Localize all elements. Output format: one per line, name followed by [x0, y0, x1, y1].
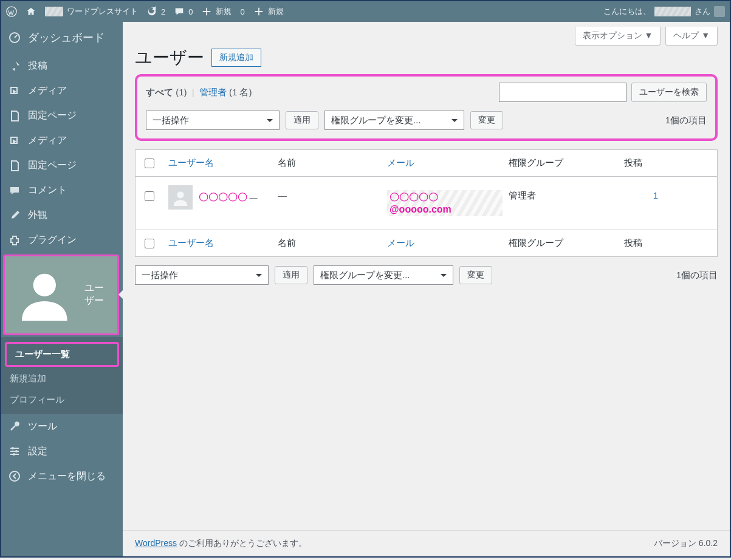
updates-link[interactable]: 2: [146, 6, 165, 17]
sidebar-item-media2[interactable]: メディア: [1, 128, 123, 153]
svg-point-4: [15, 450, 18, 452]
site-name[interactable]: ワードプレスサイト: [45, 6, 138, 17]
user-icon: [12, 262, 77, 327]
filter-all-label[interactable]: すべて: [146, 87, 173, 97]
sidebar-item-comments[interactable]: コメント: [1, 178, 123, 203]
sidebar-item-dashboard[interactable]: ダッシュボード: [1, 22, 123, 53]
sidebar-item-settings[interactable]: 設定: [1, 439, 123, 464]
item-count-bottom: 1個の項目: [676, 270, 718, 281]
greeting[interactable]: こんにちは、 さん: [603, 6, 725, 17]
sidebar-item-plugins[interactable]: プラグイン: [1, 228, 123, 253]
sidebar-item-appearance[interactable]: 外観: [1, 203, 123, 228]
comment-icon: [174, 6, 185, 17]
media-icon: [9, 135, 21, 147]
submenu-profile[interactable]: プロフィール: [1, 389, 123, 411]
plugin-icon: [9, 234, 21, 247]
table-row: 〇〇〇〇〇 — — 〇〇〇〇〇 @ooooo.com 管理者 1: [136, 177, 717, 230]
row-role: 管理者: [504, 185, 619, 207]
submenu-add-new[interactable]: 新規追加: [1, 368, 123, 389]
help-button[interactable]: ヘルプ ▼: [665, 27, 718, 46]
col-posts: 投稿: [619, 151, 692, 175]
media-icon: [9, 85, 21, 97]
search-input[interactable]: [499, 83, 626, 102]
new-content-2[interactable]: 新規: [253, 6, 284, 17]
row-username[interactable]: 〇〇〇〇〇: [199, 192, 247, 202]
sidebar-item-tools[interactable]: ツール: [1, 414, 123, 439]
svg-point-2: [33, 274, 56, 296]
svg-point-0: [7, 7, 16, 16]
change-button-bottom[interactable]: 変更: [459, 266, 492, 284]
change-role-select-bottom[interactable]: 権限グループを変更...: [314, 265, 453, 285]
item-count-top: 1個の項目: [665, 115, 707, 126]
new-count[interactable]: 0: [240, 7, 244, 16]
add-new-button[interactable]: 新規追加: [211, 49, 261, 67]
sidebar-item-pages1[interactable]: 固定ページ: [1, 103, 123, 128]
table-footer: ユーザー名 名前 メール 権限グループ 投稿: [136, 230, 717, 256]
new-content-1[interactable]: 新規: [201, 6, 232, 17]
highlight-box-filters: すべて (1) | 管理者 (1 名) ユーザーを検索 一括操作 適用 権限グル…: [135, 74, 718, 141]
bulk-action-select[interactable]: 一括操作: [146, 111, 280, 130]
sidebar-collapse[interactable]: メニューを閉じる: [1, 464, 123, 489]
bulk-action-select-bottom[interactable]: 一括操作: [135, 265, 269, 285]
svg-point-7: [177, 191, 184, 198]
page-icon: [9, 110, 21, 122]
screen-options-button[interactable]: 表示オプション ▼: [575, 27, 661, 46]
updates-count: 2: [161, 7, 165, 16]
sidebar-item-users[interactable]: ユーザー: [5, 256, 117, 333]
collapse-icon: [9, 470, 21, 482]
admin-sidebar: ダッシュボード 投稿 メディア 固定ページ メディア 固定ページ: [1, 22, 123, 556]
select-all-bottom[interactable]: [145, 239, 154, 248]
svg-point-3: [12, 447, 14, 449]
highlight-box-userlist: ユーザー一覧: [5, 342, 119, 367]
row-checkbox[interactable]: [145, 191, 154, 201]
highlight-box-users: ユーザー: [3, 254, 119, 335]
site-name-text: ワードプレスサイト: [67, 6, 138, 17]
sidebar-item-posts[interactable]: 投稿: [1, 53, 123, 78]
apply-button-bottom[interactable]: 適用: [275, 266, 307, 284]
col-username-foot[interactable]: ユーザー名: [163, 231, 273, 255]
filter-admin-count: (1 名): [229, 87, 252, 97]
filter-admin-link[interactable]: 管理者: [199, 87, 227, 97]
col-username[interactable]: ユーザー名: [163, 151, 273, 175]
admin-footer: WordPress のご利用ありがとうございます。 バージョン 6.0.2: [123, 530, 730, 556]
sidebar-item-media1[interactable]: メディア: [1, 78, 123, 103]
wp-logo[interactable]: [6, 6, 17, 17]
users-table: ユーザー名 名前 メール 権限グループ 投稿 〇〇〇〇〇 —: [135, 149, 718, 257]
home-icon[interactable]: [26, 6, 36, 17]
admin-bar: ワードプレスサイト 2 0 新規 0 新規 こんにちは、: [1, 1, 730, 22]
sidebar-submenu-users: ユーザー一覧 新規追加 プロフィール: [1, 337, 123, 414]
footer-wp-link[interactable]: WordPress: [135, 538, 177, 548]
row-name: —: [273, 185, 382, 205]
change-button-top[interactable]: 変更: [470, 111, 503, 129]
plus-icon: [253, 6, 264, 17]
comment-icon: [9, 185, 21, 197]
row-email[interactable]: 〇〇〇〇〇 @ooooo.com: [382, 185, 504, 221]
comments-count: 0: [188, 7, 193, 16]
comments-link[interactable]: 0: [174, 6, 193, 17]
svg-point-6: [10, 471, 19, 481]
table-header: ユーザー名 名前 メール 権限グループ 投稿: [136, 150, 717, 177]
svg-point-5: [13, 453, 15, 456]
update-icon: [146, 6, 157, 17]
submenu-user-list[interactable]: ユーザー一覧: [7, 344, 117, 365]
change-role-select[interactable]: 権限グループを変更...: [324, 111, 464, 130]
content-area: 表示オプション ▼ ヘルプ ▼ ユーザー 新規追加 すべて (1) | 管理者 …: [123, 22, 730, 556]
filter-all-count: (1): [176, 87, 187, 97]
sliders-icon: [9, 445, 21, 457]
avatar: [168, 185, 193, 210]
row-posts[interactable]: 1: [619, 185, 692, 205]
apply-button-top[interactable]: 適用: [286, 111, 318, 129]
search-button[interactable]: ユーザーを検索: [631, 83, 707, 102]
col-email[interactable]: メール: [382, 151, 504, 175]
footer-version: バージョン 6.0.2: [654, 538, 718, 549]
col-name: 名前: [273, 151, 382, 175]
brush-icon: [9, 210, 21, 222]
avatar-icon: [714, 6, 725, 17]
page-title: ユーザー: [135, 46, 204, 69]
filter-links: すべて (1) | 管理者 (1 名): [146, 87, 252, 98]
plus-icon: [201, 6, 212, 17]
select-all-top[interactable]: [145, 159, 154, 168]
col-email-foot[interactable]: メール: [382, 231, 504, 255]
sidebar-item-pages2[interactable]: 固定ページ: [1, 153, 123, 178]
page-icon: [9, 160, 21, 172]
